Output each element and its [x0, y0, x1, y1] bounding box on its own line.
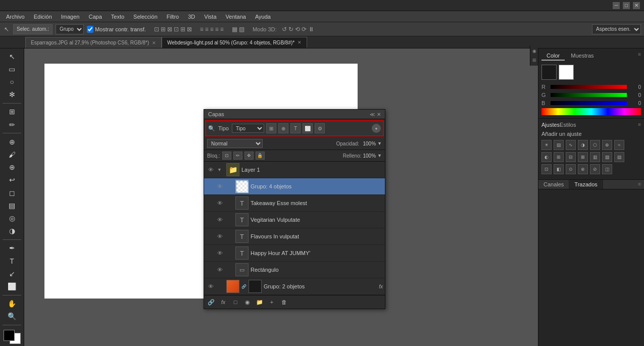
adj-vibrance-icon[interactable]: ⬡ [590, 140, 600, 150]
layer-vis-layer1[interactable]: 👁 [206, 165, 215, 174]
eyedropper-tool[interactable]: ✏ [4, 119, 21, 130]
close-button[interactable]: ✕ [633, 2, 640, 9]
adj-match-icon[interactable]: ⊗ [578, 164, 588, 174]
path-select-tool[interactable]: ↙ [4, 268, 21, 279]
bg-color-swatch[interactable] [559, 65, 574, 80]
layer-adjustment-button[interactable]: ◉ [242, 297, 253, 307]
tab-webdesign-close[interactable]: ✕ [298, 40, 302, 45]
adj-posterize-icon[interactable]: ▥ [590, 152, 600, 162]
adj-panel-menu[interactable]: ≡ [638, 122, 641, 128]
adj-channel-icon[interactable]: ⊟ [566, 152, 576, 162]
lock-paint-icon[interactable]: ✏ [233, 152, 242, 160]
new-layer-button[interactable]: + [267, 297, 277, 307]
adj-bw-icon[interactable]: ◐ [541, 152, 552, 162]
lasso-tool[interactable]: ○ [4, 76, 21, 87]
layer-vis-grupo2[interactable]: 👁 [206, 282, 215, 291]
adj-selective-icon[interactable]: ⊡ [541, 164, 552, 174]
adj-threshold-icon[interactable]: ▧ [602, 152, 612, 162]
menu-texto[interactable]: Texto [107, 13, 128, 21]
layer-item-happyhour[interactable]: 👁 T Happy Hour AT JUMMY' [204, 245, 385, 262]
filter-toggle[interactable]: ● [372, 124, 381, 133]
opacity-value[interactable]: 100% [361, 141, 376, 146]
tab-muestras[interactable]: Muestras [566, 52, 599, 61]
layer-item-rectangulo[interactable]: 👁 ▭ Rectángulo [204, 262, 385, 278]
autoselect-dropdown[interactable]: Grupo Capa [56, 24, 84, 34]
blue-slider[interactable] [551, 101, 627, 105]
canvas-area[interactable]: Capas ≪ ✕ 🔍 Tipo Tipo Nombre Efecto ⊞ ⊕ … [24, 48, 538, 346]
shape-tool[interactable]: ⬜ [4, 280, 21, 292]
layer-mask-button[interactable]: □ [230, 297, 240, 307]
layer-item-grupo4[interactable]: 👁 Grupo: 4 objetos [204, 178, 385, 195]
layer-group-button[interactable]: 📁 [255, 297, 265, 307]
maximize-button[interactable]: □ [623, 2, 630, 9]
tab-ajustes[interactable]: Ajustes [541, 122, 560, 128]
filter-select[interactable]: Tipo Nombre Efecto [232, 124, 264, 133]
layer-vis-vegitarian[interactable]: 👁 [215, 215, 224, 224]
heal-tool[interactable]: ⊕ [4, 136, 21, 147]
move-tool[interactable]: ↖ [4, 51, 21, 62]
adj-hdr-icon[interactable]: ⊙ [566, 164, 576, 174]
red-slider[interactable] [551, 85, 627, 89]
layer-link-button[interactable]: 🔗 [206, 297, 216, 307]
layer-vis-happyhour[interactable]: 👁 [215, 249, 224, 258]
lock-position-icon[interactable]: ✥ [244, 152, 254, 160]
layer-vis-rectangulo[interactable]: 👁 [215, 265, 224, 274]
panel-expand-icon[interactable]: ≡ [635, 180, 644, 189]
side-strip-btn-1[interactable]: ◉ [531, 48, 538, 55]
layer-item-takeaway[interactable]: 👁 T Takeaway Esse molest [204, 195, 385, 212]
menu-filtro[interactable]: Filtro [163, 13, 183, 21]
filter-smart-icon[interactable]: ⚙ [315, 123, 325, 133]
menu-capa[interactable]: Capa [84, 13, 106, 21]
layer-expand-layer1[interactable]: ▼ [217, 167, 224, 172]
adj-brightness-icon[interactable]: ☀ [541, 140, 552, 150]
tab-canales[interactable]: Canales [538, 180, 569, 189]
tab-trazados[interactable]: Trazados [569, 180, 603, 189]
select-rect-tool[interactable]: ▭ [4, 63, 21, 75]
menu-imagen[interactable]: Imagen [57, 13, 84, 21]
layers-menu-icon[interactable]: ✕ [377, 112, 381, 117]
stamp-tool[interactable]: ⊕ [4, 162, 21, 173]
tab-webdesign[interactable]: Webdesign-light.psd al 50% (Grupo: 4 obj… [162, 37, 307, 48]
lock-transparency-icon[interactable]: ⊡ [222, 152, 231, 160]
menu-ayuda[interactable]: Ayuda [251, 13, 275, 21]
blend-mode-select[interactable]: Normal Multiplicar Pantalla [207, 139, 263, 148]
adj-exposure-icon[interactable]: ◑ [578, 140, 588, 150]
blur-tool[interactable]: ◎ [4, 212, 21, 224]
delete-layer-button[interactable]: 🗑 [279, 297, 289, 307]
eraser-tool[interactable]: ◻ [4, 187, 21, 199]
menu-archivo[interactable]: Archivo [2, 13, 29, 21]
adj-photo-icon[interactable]: ⊞ [554, 152, 564, 162]
menu-seleccion[interactable]: Selección [129, 13, 162, 21]
fg-color-swatch[interactable] [541, 65, 557, 80]
filter-adjust-icon[interactable]: ⊕ [278, 123, 288, 133]
menu-edicion[interactable]: Edición [30, 13, 56, 21]
hand-tool[interactable]: ✋ [4, 298, 21, 310]
pen-tool[interactable]: ✒ [4, 242, 21, 254]
tab-esparragos[interactable]: Esparragos.JPG al 27,9% (Photoshop CS6, … [25, 37, 162, 48]
filter-pixel-icon[interactable]: ⊞ [266, 123, 276, 133]
zoom-tool[interactable]: 🔍 [4, 311, 21, 322]
lock-all-icon[interactable]: 🔒 [256, 152, 265, 160]
foreground-color[interactable] [4, 330, 15, 341]
workspace-select[interactable]: Aspectos esen. [592, 24, 641, 34]
fill-arrow[interactable]: ▼ [377, 153, 382, 158]
adj-gradient-map-icon[interactable]: ▤ [614, 152, 624, 162]
opacity-arrow[interactable]: ▼ [377, 141, 382, 146]
layer-vis-takeaway[interactable]: 👁 [215, 199, 224, 208]
layer-vis-flavours[interactable]: 👁 [215, 232, 224, 241]
crop-tool[interactable]: ⊞ [4, 106, 21, 118]
adj-desaturate-icon[interactable]: ◫ [602, 164, 612, 174]
adj-shadow-icon[interactable]: ◧ [554, 164, 564, 174]
adj-levels-icon[interactable]: ▤ [554, 140, 564, 150]
filter-shape-icon[interactable]: ⬜ [303, 123, 313, 133]
adj-variations-icon[interactable]: ⊘ [590, 164, 600, 174]
layer-vis-grupo4[interactable]: 👁 [215, 182, 224, 191]
green-slider[interactable] [551, 93, 627, 97]
color-swatches[interactable] [4, 330, 21, 344]
layers-collapse-icon[interactable]: ≪ [370, 112, 375, 117]
layer-item-flavours[interactable]: 👁 T Flavours In vulputat [204, 228, 385, 245]
magic-wand-tool[interactable]: ✻ [4, 89, 21, 101]
menu-vista[interactable]: Vista [200, 13, 220, 21]
filter-text-icon[interactable]: T [290, 123, 301, 133]
layer-item-layer1[interactable]: 👁 ▼ 📁 Layer 1 [204, 162, 385, 178]
